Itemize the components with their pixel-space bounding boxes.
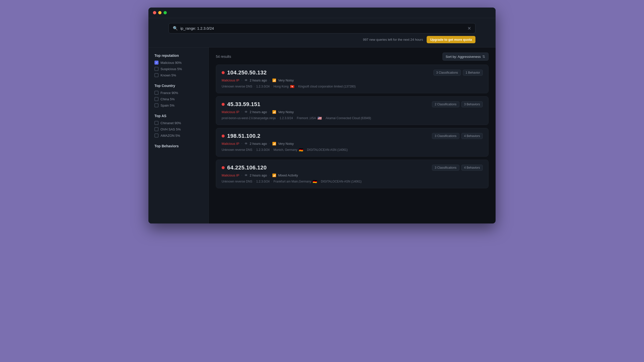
search-input[interactable] (180, 26, 465, 30)
rdns-3: Unknown reverse DNS (222, 180, 252, 183)
filter-known[interactable]: Known 5% (154, 73, 203, 77)
label-china: China 5% (160, 97, 175, 101)
label-amazon: AMAZON 5% (160, 134, 180, 138)
threat-dot-0 (222, 71, 225, 74)
upgrade-button[interactable]: Upgrade to get more quota (427, 36, 475, 43)
result-card-1[interactable]: 45.33.59.151 2 Classifications 3 Behavio… (216, 96, 489, 125)
badge-row-3: 3 Classifications 4 Behaviors (432, 165, 483, 171)
checkbox-known[interactable] (154, 73, 158, 77)
close-dot[interactable] (153, 11, 156, 14)
checkbox-china[interactable] (154, 97, 158, 101)
location-2: Munich, Germany (273, 148, 297, 152)
noise-1: Very Noisy (278, 110, 294, 114)
rdns-2: Unknown reverse DNS (222, 148, 252, 152)
filter-malicious[interactable]: Malicious 90% (154, 61, 203, 65)
results-count: 54 results (216, 55, 231, 59)
behavior-badge-1: 3 Behaviors (461, 101, 483, 107)
asn-3: DIGITALOCEAN-ASN (14061) (321, 180, 362, 183)
threat-type-0: Malicious IP (222, 78, 239, 82)
flag-1: 🇺🇸 (317, 116, 322, 120)
country-title: Top Country (154, 84, 203, 88)
range-3: 1.2.3.0/24 (256, 180, 269, 183)
flag-3: 🇩🇪 (313, 179, 317, 184)
rdns-1: prod-boron-us-west-2.li.binaryedge.ninja (222, 116, 276, 120)
flag-0: 🇭🇰 (290, 84, 294, 88)
result-card-0[interactable]: 104.250.50.132 3 Classifications 1 Behav… (216, 65, 489, 93)
age-1: 2 hours ago (250, 110, 267, 114)
checkbox-spain[interactable] (154, 103, 158, 107)
ip-address-2: 198.51.100.2 (227, 133, 260, 139)
filter-ovh[interactable]: OVH SAS 5% (154, 127, 203, 131)
threat-dot-1 (222, 103, 225, 106)
behavior-badge-3: 4 Behaviors (461, 165, 483, 171)
card-header-3: 64.225.106.120 3 Classifications 4 Behav… (222, 164, 483, 171)
as-filter: Top AS Chinanet 90% OVH SAS 5% AMAZON 5% (154, 114, 203, 138)
checkbox-suspicious[interactable] (154, 67, 158, 71)
reputation-filter: Top reputation Malicious 90% Suspicious … (154, 54, 203, 77)
badge-row-2: 3 Classifications 4 Behaviors (432, 133, 483, 139)
noise-icon-2: 📶 (272, 142, 276, 146)
search-bar: 🔍 ✕ (169, 23, 475, 33)
badge-row-1: 2 Classifications 3 Behaviors (432, 101, 483, 107)
classification-badge-0: 3 Classifications (433, 70, 461, 76)
as-title: Top AS (154, 114, 203, 118)
app-window: 🔍 ✕ 997 new queries left for the next 24… (148, 8, 496, 223)
quota-text: 997 new queries left for the next 24 hou… (363, 38, 423, 41)
ip-row-3: 64.225.106.120 (222, 164, 267, 171)
search-icon: 🔍 (173, 26, 178, 31)
threat-type-2: Malicious IP (222, 142, 239, 146)
result-card-2[interactable]: 198.51.100.2 3 Classifications 4 Behavio… (216, 128, 489, 157)
sort-button[interactable]: Sort by: Aggressiveness ⇅ (442, 53, 489, 61)
card-header-1: 45.33.59.151 2 Classifications 3 Behavio… (222, 101, 483, 108)
eye-icon-2: 👁 (245, 142, 248, 146)
noise-icon-3: 📶 (272, 173, 276, 177)
minimize-dot[interactable] (158, 11, 162, 14)
range-1: 1.2.3.0/24 (279, 116, 293, 120)
content-area: 54 results Sort by: Aggressiveness ⇅ 104… (209, 48, 496, 223)
filter-france[interactable]: France 90% (154, 91, 203, 95)
ip-address-0: 104.250.50.132 (227, 69, 267, 76)
checkbox-amazon[interactable] (154, 133, 158, 138)
card-meta-0: Malicious IP · 👁 2 hours ago · 📶 Very No… (222, 78, 483, 82)
label-ovh: OVH SAS 5% (160, 127, 181, 131)
threat-dot-3 (222, 166, 225, 169)
result-card-3[interactable]: 64.225.106.120 3 Classifications 4 Behav… (216, 160, 489, 188)
checkbox-france[interactable] (154, 91, 158, 95)
filter-spain[interactable]: Spain 5% (154, 103, 203, 107)
location-0: Hong Kong (273, 85, 289, 88)
age-2: 2 hours ago (250, 142, 267, 146)
filter-chinanet[interactable]: Chinanet 90% (154, 121, 203, 125)
label-malicious: Malicious 90% (160, 61, 182, 65)
ip-row-0: 104.250.50.132 (222, 69, 267, 76)
range-2: 1.2.3.0/24 (256, 148, 269, 152)
label-suspicious: Suspicious 5% (160, 67, 182, 71)
filter-china[interactable]: China 5% (154, 97, 203, 101)
filter-suspicious[interactable]: Suspicious 5% (154, 67, 203, 71)
classification-badge-2: 3 Classifications (432, 133, 459, 139)
results-header: 54 results Sort by: Aggressiveness ⇅ (216, 53, 489, 61)
card-header-2: 198.51.100.2 3 Classifications 4 Behavio… (222, 133, 483, 139)
label-spain: Spain 5% (160, 104, 175, 107)
noise-2: Very Noisy (278, 142, 294, 146)
clear-button[interactable]: ✕ (467, 26, 471, 31)
asn-0: Kingsoft cloud corporation limited (1372… (298, 85, 356, 88)
filter-amazon[interactable]: AMAZON 5% (154, 133, 203, 138)
behaviors-title: Top Behaviors (154, 144, 203, 148)
titlebar (148, 8, 496, 18)
threat-type-1: Malicious IP (222, 110, 239, 114)
sort-label: Sort by: Aggressiveness (446, 55, 481, 59)
maximize-dot[interactable] (164, 11, 167, 14)
range-0: 1.2.3.0/24 (256, 85, 269, 88)
behavior-badge-0: 1 Behavior (463, 70, 483, 76)
threat-dot-2 (222, 134, 225, 138)
noise-icon-1: 📶 (272, 110, 276, 114)
eye-icon-1: 👁 (245, 110, 248, 114)
label-chinanet: Chinanet 90% (160, 121, 181, 125)
checkbox-malicious[interactable] (154, 61, 158, 65)
location-1: Fremont ,USA (297, 116, 316, 120)
checkbox-chinanet[interactable] (154, 121, 158, 125)
eye-icon-3: 👁 (245, 173, 248, 177)
checkbox-ovh[interactable] (154, 127, 158, 131)
age-0: 2 hours ago (250, 78, 267, 82)
ip-row-1: 45.33.59.151 (222, 101, 260, 108)
